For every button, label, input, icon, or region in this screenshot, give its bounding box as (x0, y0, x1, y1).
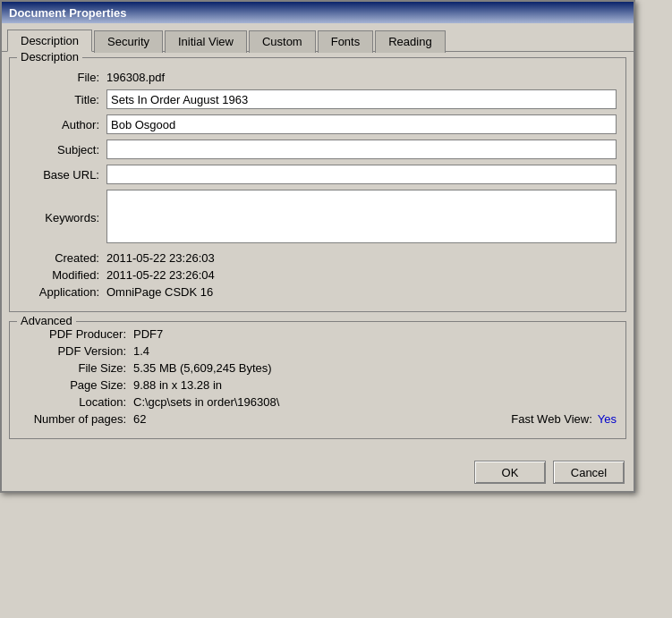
tab-content: Description File: 196308.pdf Title: Auth… (2, 51, 634, 453)
file-label: File: (19, 71, 99, 84)
baseurl-label: Base URL: (19, 168, 99, 182)
fast-web-value: Yes (598, 412, 617, 426)
keywords-input[interactable] (106, 190, 617, 243)
tab-bar: Description Security Initial View Custom… (2, 23, 634, 51)
application-label: Application: (19, 285, 99, 299)
modified-value: 2011-05-22 23:26:04 (106, 268, 215, 282)
created-label: Created: (19, 251, 99, 265)
title-label: Title: (19, 93, 99, 106)
author-row: Author: (19, 114, 617, 134)
tab-reading[interactable]: Reading (375, 30, 445, 53)
title-row: Title: (19, 89, 617, 109)
advanced-group-label: Advanced (17, 314, 76, 327)
num-pages-label: Number of pages: (19, 412, 126, 426)
tab-description[interactable]: Description (7, 30, 92, 52)
subject-label: Subject: (19, 143, 99, 157)
tab-fonts[interactable]: Fonts (318, 30, 374, 53)
num-pages-row: Number of pages: 62 Fast Web View: Yes (19, 412, 617, 426)
cancel-button[interactable]: Cancel (553, 461, 625, 484)
pdf-version-label: PDF Version: (19, 344, 126, 358)
baseurl-row: Base URL: (19, 165, 617, 184)
document-properties-dialog: Document Properties Description Security… (0, 0, 635, 493)
modified-row: Modified: 2011-05-22 23:26:04 (19, 268, 617, 282)
advanced-group: Advanced PDF Producer: PDF7 PDF Version:… (9, 321, 626, 439)
file-size-row: File Size: 5.35 MB (5,609,245 Bytes) (19, 361, 617, 375)
created-row: Created: 2011-05-22 23:26:03 (19, 251, 617, 265)
author-label: Author: (19, 118, 99, 131)
location-label: Location: (19, 395, 126, 409)
created-value: 2011-05-22 23:26:03 (106, 251, 215, 265)
fast-web-label: Fast Web View: (511, 412, 592, 426)
file-row: File: 196308.pdf (19, 71, 617, 84)
pdf-producer-row: PDF Producer: PDF7 (19, 327, 617, 341)
page-size-label: Page Size: (19, 378, 126, 392)
num-pages-value: 62 (133, 412, 146, 426)
pdf-version-value: 1.4 (133, 344, 149, 358)
file-size-value: 5.35 MB (5,609,245 Bytes) (133, 361, 272, 375)
button-bar: OK Cancel (2, 453, 634, 491)
pdf-producer-value: PDF7 (133, 327, 163, 341)
pdf-version-row: PDF Version: 1.4 (19, 344, 617, 358)
tab-custom[interactable]: Custom (249, 30, 316, 53)
file-size-label: File Size: (19, 361, 126, 375)
description-group: Description File: 196308.pdf Title: Auth… (9, 57, 626, 312)
pdf-producer-label: PDF Producer: (19, 327, 126, 341)
tab-security[interactable]: Security (94, 30, 163, 53)
keywords-wrapper (106, 190, 617, 246)
location-row: Location: C:\gcp\sets in order\196308\ (19, 395, 617, 409)
title-input[interactable] (106, 89, 617, 109)
fast-web-view: Fast Web View: Yes (511, 412, 617, 426)
author-input[interactable] (106, 114, 617, 134)
location-value: C:\gcp\sets in order\196308\ (133, 395, 279, 409)
baseurl-input[interactable] (106, 165, 617, 184)
title-bar: Document Properties (2, 2, 634, 23)
modified-label: Modified: (19, 268, 99, 282)
file-value: 196308.pdf (106, 71, 165, 84)
description-group-label: Description (17, 50, 82, 63)
page-size-row: Page Size: 9.88 in x 13.28 in (19, 378, 617, 392)
dialog-title: Document Properties (9, 6, 126, 20)
page-size-value: 9.88 in x 13.28 in (133, 378, 222, 392)
keywords-row: Keywords: (19, 190, 617, 246)
keywords-label: Keywords: (19, 211, 99, 224)
subject-input[interactable] (106, 140, 617, 159)
application-value: OmniPage CSDK 16 (106, 285, 213, 299)
tab-initial-view[interactable]: Initial View (165, 30, 247, 53)
subject-row: Subject: (19, 140, 617, 159)
application-row: Application: OmniPage CSDK 16 (19, 285, 617, 299)
ok-button[interactable]: OK (474, 461, 546, 484)
